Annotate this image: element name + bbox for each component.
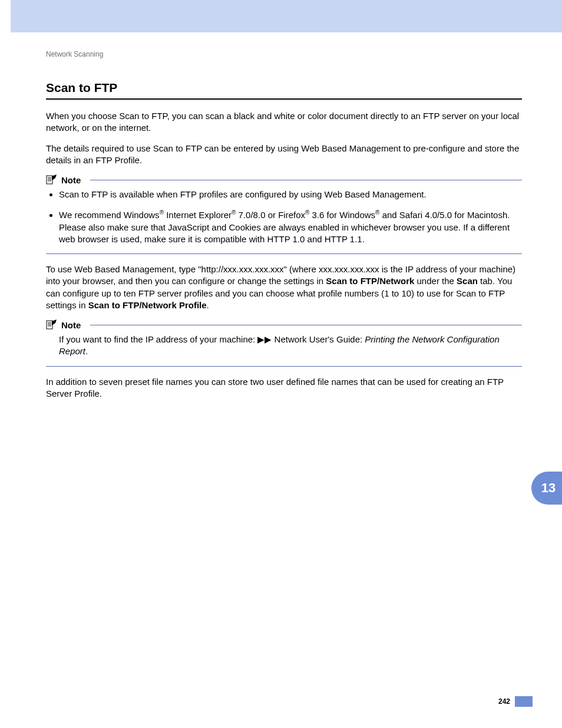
note-text: If you want to find the IP address of yo… (59, 334, 522, 358)
note-bullet-1: Scan to FTP is available when FTP profil… (59, 189, 522, 200)
text-span: . (207, 300, 209, 310)
page-content: Network Scanning Scan to FTP When you ch… (0, 32, 562, 400)
note-body: Scan to FTP is available when FTP profil… (46, 189, 522, 254)
text-span: 3.6 for Windows (309, 210, 375, 220)
section-title: Scan to FTP (46, 81, 522, 95)
text-span: If you want to find the IP address of yo… (59, 334, 257, 344)
intro-paragraph-2: The details required to use Scan to FTP … (46, 143, 522, 167)
note-body: If you want to find the IP address of yo… (46, 334, 522, 367)
text-span: Internet Explorer (164, 210, 232, 220)
text-span: Network User's Guide: (272, 334, 365, 344)
note-block-2: Note If you want to find the IP address … (46, 319, 522, 367)
note-block-1: Note Scan to FTP is available when FTP p… (46, 174, 522, 254)
intro-paragraph-1: When you choose Scan to FTP, you can sca… (46, 110, 522, 134)
xref-arrows-icon: ▶▶ (257, 334, 272, 345)
mid-paragraph: To use Web Based Management, type "http:… (46, 263, 522, 311)
text-span: . (85, 346, 88, 356)
note-bullet-2: We recommend Windows® Internet Explorer®… (59, 209, 522, 245)
page-number: 242 (498, 697, 510, 706)
page-bar (515, 696, 533, 707)
note-label: Note (61, 175, 87, 185)
note-rule (90, 180, 522, 180)
page-footer: 242 (498, 696, 533, 707)
title-rule (46, 98, 522, 100)
bold-text: Scan to FTP/Network Profile (88, 300, 207, 310)
closing-paragraph: In addition to seven preset file names y… (46, 376, 522, 400)
note-label: Note (61, 320, 87, 330)
breadcrumb: Network Scanning (46, 50, 522, 58)
reg-mark: ® (160, 209, 164, 216)
text-span: We recommend Windows (59, 210, 160, 220)
bold-text: Scan (457, 276, 478, 286)
note-icon (46, 319, 58, 330)
note-rule (90, 325, 522, 325)
top-bar (11, 0, 562, 32)
note-header: Note (46, 319, 522, 330)
text-span: under the (414, 276, 457, 286)
chapter-tab: 13 (531, 472, 562, 505)
note-icon (46, 174, 58, 185)
bold-text: Scan to FTP/Network (326, 276, 414, 286)
note-header: Note (46, 174, 522, 185)
text-span: 7.0/8.0 or Firefox (236, 210, 305, 220)
